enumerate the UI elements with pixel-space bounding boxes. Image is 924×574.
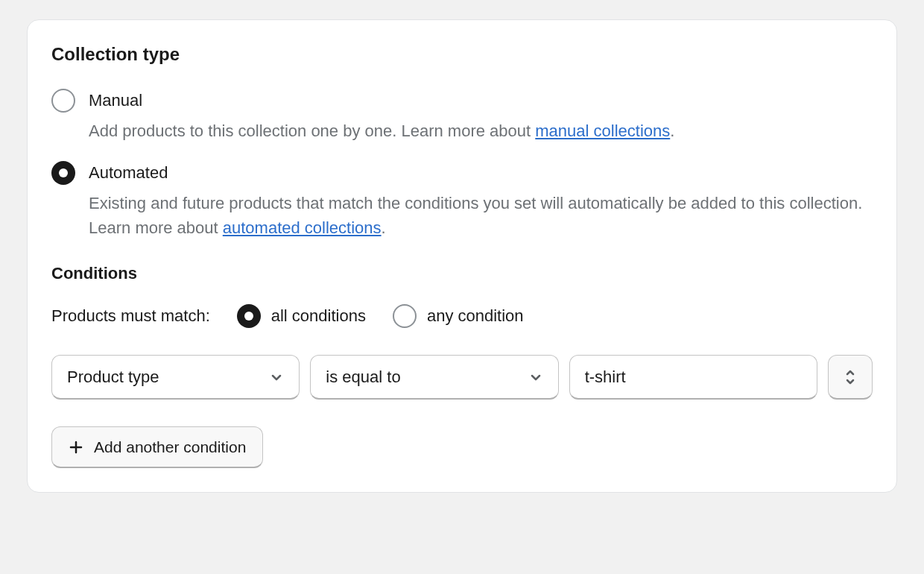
automated-radio[interactable] [51,161,75,185]
condition-field-value: Product type [67,368,159,387]
manual-description: Add products to this collection one by o… [89,122,674,140]
condition-row: Product type is equal to [51,355,873,400]
add-condition-label: Add another condition [94,438,246,456]
match-row: Products must match: all conditions any … [51,304,873,328]
manual-radio[interactable] [51,89,75,113]
all-conditions-label: all conditions [271,304,366,328]
chevron-down-icon [269,370,284,385]
chevron-down-icon [528,370,543,385]
condition-operator-value: is equal to [326,368,400,387]
any-condition-radio[interactable] [393,304,417,328]
collection-type-card: Collection type Manual Add products to t… [27,19,897,493]
any-condition-option: any condition [393,304,524,328]
add-condition-button[interactable]: Add another condition [51,426,263,468]
manual-label: Manual [89,89,142,113]
automated-description: Existing and future products that match … [89,194,862,237]
sort-icon [843,368,858,386]
automated-label: Automated [89,161,168,185]
match-label: Products must match: [51,306,210,326]
conditions-title: Conditions [51,264,873,283]
all-conditions-option: all conditions [237,304,366,328]
condition-value-input[interactable] [569,355,817,400]
match-options: all conditions any condition [237,304,524,328]
reorder-button[interactable] [828,355,873,400]
manual-option-row: Manual [51,89,873,113]
automated-option-row: Automated [51,161,873,185]
collection-type-title: Collection type [51,44,873,65]
any-condition-label: any condition [427,304,524,328]
plus-icon [69,440,83,455]
manual-collections-link[interactable]: manual collections [535,122,670,140]
condition-field-select[interactable]: Product type [51,355,300,400]
all-conditions-radio[interactable] [237,304,261,328]
manual-description-row: Add products to this collection one by o… [51,119,873,143]
condition-operator-select[interactable]: is equal to [310,355,558,400]
automated-description-row: Existing and future products that match … [51,191,873,240]
collection-type-radio-group: Manual Add products to this collection o… [51,89,873,240]
automated-collections-link[interactable]: automated collections [223,218,382,237]
